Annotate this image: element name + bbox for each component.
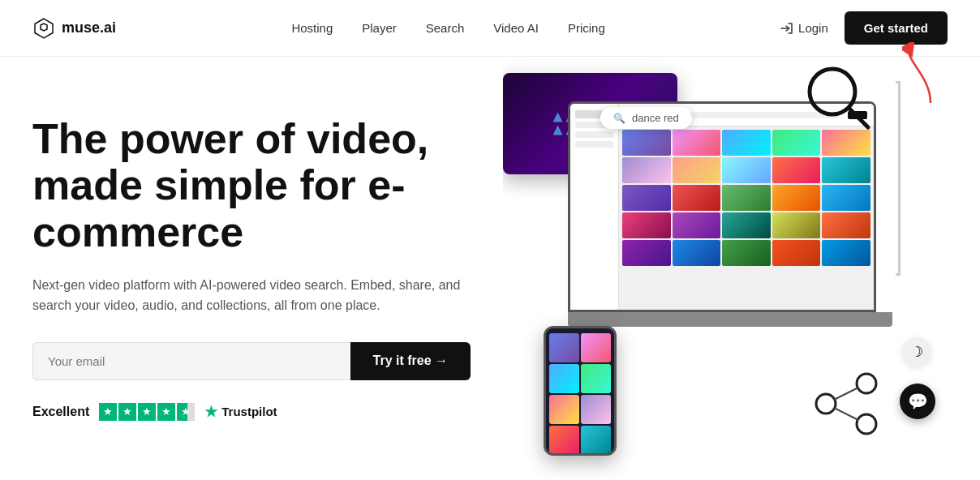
video-thumb — [673, 212, 721, 238]
video-thumb — [722, 157, 771, 183]
video-thumb — [822, 185, 870, 211]
star-5-half: ★ — [177, 403, 195, 421]
video-thumb — [622, 130, 671, 156]
phone-thumb — [581, 426, 611, 455]
nav-video-ai[interactable]: Video AI — [493, 21, 539, 35]
phone-mockup — [544, 326, 617, 456]
star-1: ★ — [99, 403, 117, 421]
star-rating: ★ ★ ★ ★ ★ — [99, 403, 195, 421]
dark-mode-icon[interactable]: ☽ — [902, 337, 931, 366]
star-4: ★ — [157, 403, 175, 421]
video-thumb — [722, 240, 771, 266]
frame-border — [896, 81, 900, 276]
try-free-button[interactable]: Try it free → — [350, 342, 471, 380]
video-thumb — [673, 157, 721, 183]
video-thumb — [622, 157, 671, 183]
login-link[interactable]: Login — [780, 21, 828, 35]
video-thumb — [772, 240, 821, 266]
email-form: Try it free → — [32, 342, 471, 380]
video-thumb — [622, 185, 671, 211]
hero-left: The power of video, made simple for e-co… — [32, 116, 503, 421]
phone-thumb — [581, 333, 611, 362]
video-thumb — [772, 157, 821, 183]
video-thumb — [622, 240, 671, 266]
email-input[interactable] — [32, 342, 350, 380]
header-actions: Login Get started — [780, 11, 948, 45]
phone-thumb — [581, 364, 611, 393]
video-grid — [619, 126, 874, 269]
hero-headline: The power of video, made simple for e-co… — [32, 116, 471, 255]
dot — [553, 113, 563, 122]
nav-search[interactable]: Search — [426, 21, 465, 35]
chat-button[interactable]: 💬 — [900, 384, 935, 419]
magnifier-icon-large — [802, 61, 875, 137]
svg-point-4 — [857, 414, 876, 434]
trustpilot-area: Excellent ★ ★ ★ ★ ★ ★ Trustpilot — [32, 403, 471, 421]
dot — [553, 126, 563, 135]
video-thumb — [673, 240, 721, 266]
video-thumb — [822, 212, 870, 238]
get-started-button[interactable]: Get started — [845, 11, 948, 45]
nav-pricing[interactable]: Pricing — [568, 21, 605, 35]
video-thumb — [722, 130, 771, 156]
nav-player[interactable]: Player — [362, 21, 397, 35]
search-overlay-icon: 🔍 — [613, 113, 625, 124]
star-2: ★ — [118, 403, 136, 421]
svg-point-3 — [857, 374, 876, 393]
svg-line-6 — [834, 408, 858, 420]
share-icon-group — [810, 371, 883, 439]
trustpilot-label: Trustpilot — [221, 405, 277, 418]
video-thumb — [673, 185, 721, 211]
nav-hosting[interactable]: Hosting — [291, 21, 333, 35]
hero-subtext: Next-gen video platform with AI-powered … — [32, 275, 471, 316]
phone-thumb — [549, 364, 579, 393]
video-thumb — [722, 185, 771, 211]
trustpilot-logo: ★ Trustpilot — [204, 403, 277, 421]
video-thumb — [822, 157, 870, 183]
search-overlay-text: dance red — [632, 112, 679, 124]
logo-icon — [32, 17, 55, 40]
video-thumb — [622, 212, 671, 238]
chat-icon: 💬 — [908, 392, 928, 411]
logo-area[interactable]: muse.ai — [32, 17, 116, 40]
phone-thumb — [581, 395, 611, 424]
phone-thumb — [549, 395, 579, 424]
laptop-base — [568, 312, 892, 327]
trustpilot-rating: Excellent — [32, 405, 89, 419]
main-content: The power of video, made simple for e-co… — [0, 57, 980, 480]
video-thumb — [772, 185, 821, 211]
search-bar-overlay: 🔍 dance red — [600, 107, 692, 129]
svg-line-1 — [849, 108, 868, 127]
video-thumb — [722, 212, 771, 238]
laptop-sidebar — [570, 104, 619, 310]
phone-screen — [546, 328, 614, 453]
phone-thumb — [549, 333, 579, 362]
phone-thumb — [549, 426, 579, 455]
trustpilot-icon: ★ — [204, 403, 217, 421]
moon-icon: ☽ — [910, 343, 923, 361]
login-label: Login — [798, 21, 828, 35]
laptop-mockup: muse.ai — [568, 101, 892, 361]
main-nav: Hosting Player Search Video AI Pricing — [291, 21, 604, 35]
svg-point-2 — [816, 394, 836, 414]
star-3: ★ — [138, 403, 156, 421]
logo-text: muse.ai — [62, 19, 116, 36]
login-icon — [780, 22, 793, 35]
video-thumb — [673, 130, 721, 156]
svg-line-5 — [834, 388, 858, 400]
video-thumb — [772, 212, 821, 238]
video-thumb — [822, 240, 870, 266]
hero-right: 🔍 dance red muse.ai — [503, 57, 948, 480]
